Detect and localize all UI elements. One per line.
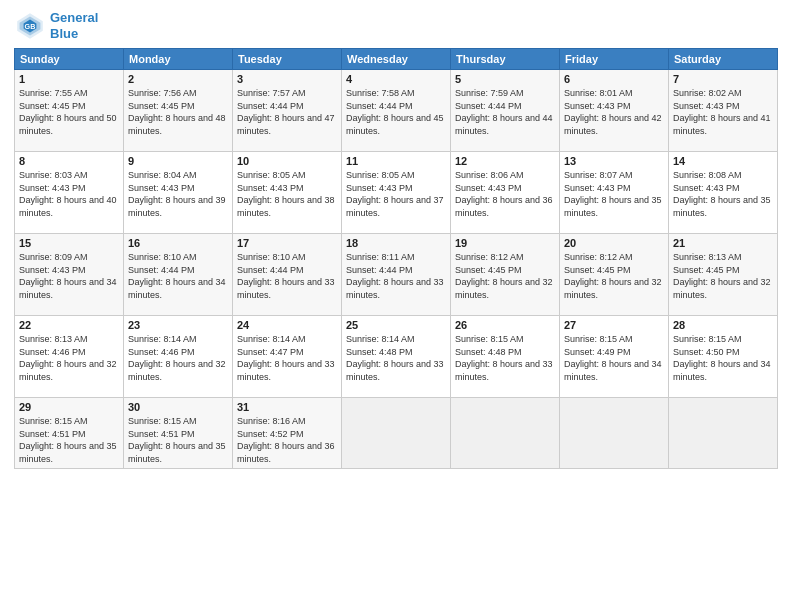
calendar-cell: 7 Sunrise: 8:02 AMSunset: 4:43 PMDayligh… [669,70,778,152]
day-number: 27 [564,319,664,331]
day-info: Sunrise: 8:12 AMSunset: 4:45 PMDaylight:… [455,252,553,300]
day-info: Sunrise: 8:04 AMSunset: 4:43 PMDaylight:… [128,170,226,218]
calendar-body: 1 Sunrise: 7:55 AMSunset: 4:45 PMDayligh… [15,70,778,469]
day-info: Sunrise: 8:06 AMSunset: 4:43 PMDaylight:… [455,170,553,218]
logo-icon: GB [14,10,46,42]
day-info: Sunrise: 8:13 AMSunset: 4:46 PMDaylight:… [19,334,117,382]
day-number: 16 [128,237,228,249]
calendar-cell: 25 Sunrise: 8:14 AMSunset: 4:48 PMDaylig… [342,316,451,398]
day-number: 30 [128,401,228,413]
day-info: Sunrise: 8:10 AMSunset: 4:44 PMDaylight:… [237,252,335,300]
day-info: Sunrise: 8:15 AMSunset: 4:48 PMDaylight:… [455,334,553,382]
day-info: Sunrise: 8:11 AMSunset: 4:44 PMDaylight:… [346,252,444,300]
day-info: Sunrise: 8:15 AMSunset: 4:51 PMDaylight:… [19,416,117,464]
day-number: 1 [19,73,119,85]
day-number: 23 [128,319,228,331]
day-number: 17 [237,237,337,249]
calendar-cell: 24 Sunrise: 8:14 AMSunset: 4:47 PMDaylig… [233,316,342,398]
calendar-cell [451,398,560,469]
logo: GB General Blue [14,10,98,42]
calendar-cell: 1 Sunrise: 7:55 AMSunset: 4:45 PMDayligh… [15,70,124,152]
header-row: SundayMondayTuesdayWednesdayThursdayFrid… [15,49,778,70]
calendar-row: 1 Sunrise: 7:55 AMSunset: 4:45 PMDayligh… [15,70,778,152]
day-number: 26 [455,319,555,331]
calendar-row: 29 Sunrise: 8:15 AMSunset: 4:51 PMDaylig… [15,398,778,469]
calendar-cell: 5 Sunrise: 7:59 AMSunset: 4:44 PMDayligh… [451,70,560,152]
day-info: Sunrise: 8:08 AMSunset: 4:43 PMDaylight:… [673,170,771,218]
day-header: Monday [124,49,233,70]
day-info: Sunrise: 8:12 AMSunset: 4:45 PMDaylight:… [564,252,662,300]
calendar-row: 15 Sunrise: 8:09 AMSunset: 4:43 PMDaylig… [15,234,778,316]
day-number: 11 [346,155,446,167]
day-number: 28 [673,319,773,331]
day-header: Friday [560,49,669,70]
day-info: Sunrise: 8:14 AMSunset: 4:48 PMDaylight:… [346,334,444,382]
day-header: Sunday [15,49,124,70]
day-number: 25 [346,319,446,331]
calendar-cell: 27 Sunrise: 8:15 AMSunset: 4:49 PMDaylig… [560,316,669,398]
day-info: Sunrise: 8:07 AMSunset: 4:43 PMDaylight:… [564,170,662,218]
calendar-cell: 8 Sunrise: 8:03 AMSunset: 4:43 PMDayligh… [15,152,124,234]
calendar-cell: 28 Sunrise: 8:15 AMSunset: 4:50 PMDaylig… [669,316,778,398]
day-info: Sunrise: 8:05 AMSunset: 4:43 PMDaylight:… [237,170,335,218]
svg-text:GB: GB [25,22,36,31]
calendar-cell: 10 Sunrise: 8:05 AMSunset: 4:43 PMDaylig… [233,152,342,234]
day-number: 13 [564,155,664,167]
day-number: 3 [237,73,337,85]
day-info: Sunrise: 8:09 AMSunset: 4:43 PMDaylight:… [19,252,117,300]
day-info: Sunrise: 8:10 AMSunset: 4:44 PMDaylight:… [128,252,226,300]
calendar-cell: 18 Sunrise: 8:11 AMSunset: 4:44 PMDaylig… [342,234,451,316]
day-number: 6 [564,73,664,85]
day-number: 31 [237,401,337,413]
calendar-cell: 26 Sunrise: 8:15 AMSunset: 4:48 PMDaylig… [451,316,560,398]
calendar-page: GB General Blue SundayMondayTuesdayWedne… [0,0,792,612]
day-number: 20 [564,237,664,249]
calendar-cell: 13 Sunrise: 8:07 AMSunset: 4:43 PMDaylig… [560,152,669,234]
day-info: Sunrise: 8:15 AMSunset: 4:49 PMDaylight:… [564,334,662,382]
day-number: 19 [455,237,555,249]
logo-text: General Blue [50,10,98,41]
calendar-cell: 3 Sunrise: 7:57 AMSunset: 4:44 PMDayligh… [233,70,342,152]
day-number: 4 [346,73,446,85]
calendar-cell: 15 Sunrise: 8:09 AMSunset: 4:43 PMDaylig… [15,234,124,316]
calendar-cell: 23 Sunrise: 8:14 AMSunset: 4:46 PMDaylig… [124,316,233,398]
calendar-row: 8 Sunrise: 8:03 AMSunset: 4:43 PMDayligh… [15,152,778,234]
day-number: 22 [19,319,119,331]
day-number: 29 [19,401,119,413]
calendar-cell: 14 Sunrise: 8:08 AMSunset: 4:43 PMDaylig… [669,152,778,234]
day-info: Sunrise: 7:57 AMSunset: 4:44 PMDaylight:… [237,88,335,136]
calendar-cell: 11 Sunrise: 8:05 AMSunset: 4:43 PMDaylig… [342,152,451,234]
day-header: Thursday [451,49,560,70]
calendar-cell: 9 Sunrise: 8:04 AMSunset: 4:43 PMDayligh… [124,152,233,234]
day-info: Sunrise: 8:14 AMSunset: 4:47 PMDaylight:… [237,334,335,382]
calendar-cell: 17 Sunrise: 8:10 AMSunset: 4:44 PMDaylig… [233,234,342,316]
day-number: 14 [673,155,773,167]
header: GB General Blue [14,10,778,42]
day-number: 15 [19,237,119,249]
day-info: Sunrise: 8:01 AMSunset: 4:43 PMDaylight:… [564,88,662,136]
day-info: Sunrise: 8:15 AMSunset: 4:51 PMDaylight:… [128,416,226,464]
day-number: 2 [128,73,228,85]
day-info: Sunrise: 8:15 AMSunset: 4:50 PMDaylight:… [673,334,771,382]
calendar-cell: 4 Sunrise: 7:58 AMSunset: 4:44 PMDayligh… [342,70,451,152]
calendar-row: 22 Sunrise: 8:13 AMSunset: 4:46 PMDaylig… [15,316,778,398]
calendar-cell: 6 Sunrise: 8:01 AMSunset: 4:43 PMDayligh… [560,70,669,152]
day-info: Sunrise: 7:58 AMSunset: 4:44 PMDaylight:… [346,88,444,136]
day-info: Sunrise: 8:02 AMSunset: 4:43 PMDaylight:… [673,88,771,136]
day-number: 18 [346,237,446,249]
calendar-cell: 12 Sunrise: 8:06 AMSunset: 4:43 PMDaylig… [451,152,560,234]
day-number: 21 [673,237,773,249]
calendar-table: SundayMondayTuesdayWednesdayThursdayFrid… [14,48,778,469]
day-header: Tuesday [233,49,342,70]
day-number: 12 [455,155,555,167]
day-info: Sunrise: 7:59 AMSunset: 4:44 PMDaylight:… [455,88,553,136]
day-info: Sunrise: 8:03 AMSunset: 4:43 PMDaylight:… [19,170,117,218]
calendar-cell: 19 Sunrise: 8:12 AMSunset: 4:45 PMDaylig… [451,234,560,316]
day-info: Sunrise: 8:14 AMSunset: 4:46 PMDaylight:… [128,334,226,382]
day-number: 24 [237,319,337,331]
day-number: 10 [237,155,337,167]
day-info: Sunrise: 8:05 AMSunset: 4:43 PMDaylight:… [346,170,444,218]
calendar-cell [342,398,451,469]
day-number: 7 [673,73,773,85]
calendar-cell: 16 Sunrise: 8:10 AMSunset: 4:44 PMDaylig… [124,234,233,316]
